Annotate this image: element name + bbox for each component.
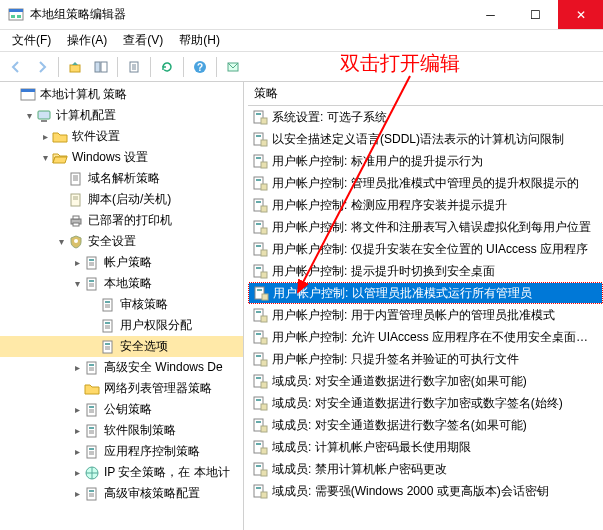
tree-item[interactable]: ▸公钥策略 [0,399,243,420]
tree-item[interactable]: ▾Windows 设置 [0,147,243,168]
svg-rect-77 [256,355,261,357]
list-row[interactable]: 用户帐户控制: 管理员批准模式中管理员的提升权限提示的 [248,172,603,194]
list-row-label: 域成员: 禁用计算机帐户密码更改 [272,461,447,478]
close-button[interactable]: ✕ [558,0,603,29]
tree-pane[interactable]: 本地计算机 策略▾计算机配置▸软件设置▾Windows 设置域名解析策略脚本(启… [0,82,244,530]
tree-item-label: 已部署的打印机 [88,212,172,229]
svg-rect-96 [261,492,267,498]
list-row[interactable]: 域成员: 计算机帐户密码最长使用期限 [248,436,603,458]
menu-action[interactable]: 操作(A) [59,30,115,51]
list-row[interactable]: 用户帐户控制: 只提升签名并验证的可执行文件 [248,348,603,370]
tree-item[interactable]: 用户权限分配 [0,315,243,336]
list-row[interactable]: 用户帐户控制: 将文件和注册表写入错误虚拟化到每用户位置 [248,216,603,238]
tree-toggle-icon[interactable]: ▸ [38,131,52,142]
menu-file[interactable]: 文件(F) [4,30,59,51]
tree-toggle-icon[interactable]: ▸ [70,425,84,436]
list-row[interactable]: 用户帐户控制: 标准用户的提升提示行为 [248,150,603,172]
svg-rect-27 [105,301,110,303]
svg-rect-95 [256,487,261,489]
setting-icon [252,131,268,147]
list-row[interactable]: 用户帐户控制: 以管理员批准模式运行所有管理员 [248,282,603,304]
tree-item-label: 软件设置 [72,128,120,145]
list-row[interactable]: 用户帐户控制: 允许 UIAccess 应用程序在不使用安全桌面… [248,326,603,348]
tree-item-label: 网络列表管理器策略 [104,380,212,397]
tree-item[interactable]: ▸高级安全 Windows De [0,357,243,378]
tree-item[interactable]: ▸软件设置 [0,126,243,147]
gpedit-icon [20,87,36,103]
tree-toggle-icon[interactable]: ▸ [70,257,84,268]
tree-item[interactable]: 安全选项 [0,336,243,357]
list-row[interactable]: 域成员: 对安全通道数据进行数字加密或数字签名(始终) [248,392,603,414]
filter-button[interactable] [221,55,245,79]
svg-rect-2 [11,15,15,18]
svg-rect-71 [256,311,261,313]
show-hide-button[interactable] [89,55,113,79]
list-row-label: 域成员: 对安全通道数据进行数字签名(如果可能) [272,417,527,434]
list-header[interactable]: 策略 [248,82,603,106]
tree-item[interactable]: ▸IP 安全策略，在 本地计 [0,462,243,483]
svg-rect-56 [256,201,261,203]
list-row-label: 用户帐户控制: 检测应用程序安装并提示提升 [272,197,507,214]
tree-item[interactable]: ▾安全设置 [0,231,243,252]
tree-item[interactable]: ▾本地策略 [0,273,243,294]
tree-item[interactable]: ▸软件限制策略 [0,420,243,441]
tree-toggle-icon[interactable]: ▾ [54,236,68,247]
titlebar: 本地组策略编辑器 ─ ☐ ✕ [0,0,603,30]
minimize-button[interactable]: ─ [468,0,513,29]
list-row[interactable]: 域成员: 需要强(Windows 2000 或更高版本)会话密钥 [248,480,603,502]
svg-rect-92 [256,465,261,467]
tree-item[interactable]: 已部署的打印机 [0,210,243,231]
svg-rect-29 [105,322,110,324]
maximize-button[interactable]: ☐ [513,0,558,29]
tree-item[interactable]: 网络列表管理器策略 [0,378,243,399]
svg-rect-87 [261,426,267,432]
menu-view[interactable]: 查看(V) [115,30,171,51]
tree-toggle-icon[interactable]: ▸ [70,488,84,499]
tree-toggle-icon[interactable]: ▸ [70,362,84,373]
svg-rect-68 [257,289,262,291]
list-row[interactable]: 域成员: 对安全通道数据进行数字加密(如果可能) [248,370,603,392]
tree-item[interactable]: 域名解析策略 [0,168,243,189]
svg-rect-78 [261,360,267,366]
tree-toggle-icon[interactable]: ▸ [70,446,84,457]
tree-item[interactable]: ▾计算机配置 [0,105,243,126]
tree-toggle-icon[interactable]: ▸ [70,404,84,415]
tree-item-label: 安全设置 [88,233,136,250]
list-row-label: 用户帐户控制: 只提升签名并验证的可执行文件 [272,351,519,368]
svg-rect-39 [89,448,94,450]
up-button[interactable] [63,55,87,79]
tree-item[interactable]: ▸帐户策略 [0,252,243,273]
list-row[interactable]: 系统设置: 可选子系统 [248,106,603,128]
list-row[interactable]: 用户帐户控制: 用于内置管理员帐户的管理员批准模式 [248,304,603,326]
list-row[interactable]: 以安全描述定义语言(SDDL)语法表示的计算机访问限制 [248,128,603,150]
help-button[interactable]: ? [188,55,212,79]
tree-item[interactable]: 脚本(启动/关机) [0,189,243,210]
list-row[interactable]: 用户帐户控制: 检测应用程序安装并提示提升 [248,194,603,216]
folder-icon [52,129,68,145]
tree-toggle-icon[interactable]: ▸ [70,467,84,478]
ipsec-icon [84,465,100,481]
list-pane[interactable]: 策略 系统设置: 可选子系统以安全描述定义语言(SDDL)语法表示的计算机访问限… [248,82,603,530]
setting-icon [252,153,268,169]
tree-item[interactable]: 审核策略 [0,294,243,315]
policy-icon [100,339,116,355]
tree-item[interactable]: ▸高级审核策略配置 [0,483,243,504]
tree-item[interactable]: 本地计算机 策略 [0,84,243,105]
list-row[interactable]: 用户帐户控制: 提示提升时切换到安全桌面 [248,260,603,282]
tree-toggle-icon[interactable]: ▾ [22,110,36,121]
tree-toggle-icon[interactable]: ▾ [70,278,84,289]
export-button[interactable] [122,55,146,79]
folder-icon [84,381,100,397]
gpedit-icon [8,7,24,23]
setting-icon [252,461,268,477]
svg-rect-74 [256,333,261,335]
list-row-label: 用户帐户控制: 提示提升时切换到安全桌面 [272,263,495,280]
list-row[interactable]: 用户帐户控制: 仅提升安装在安全位置的 UIAccess 应用程序 [248,238,603,260]
list-row[interactable]: 域成员: 对安全通道数据进行数字签名(如果可能) [248,414,603,436]
list-row[interactable]: 域成员: 禁用计算机帐户密码更改 [248,458,603,480]
window-title: 本地组策略编辑器 [30,6,468,23]
menu-help[interactable]: 帮助(H) [171,30,228,51]
tree-toggle-icon[interactable]: ▾ [38,152,52,163]
tree-item[interactable]: ▸应用程序控制策略 [0,441,243,462]
refresh-button[interactable] [155,55,179,79]
